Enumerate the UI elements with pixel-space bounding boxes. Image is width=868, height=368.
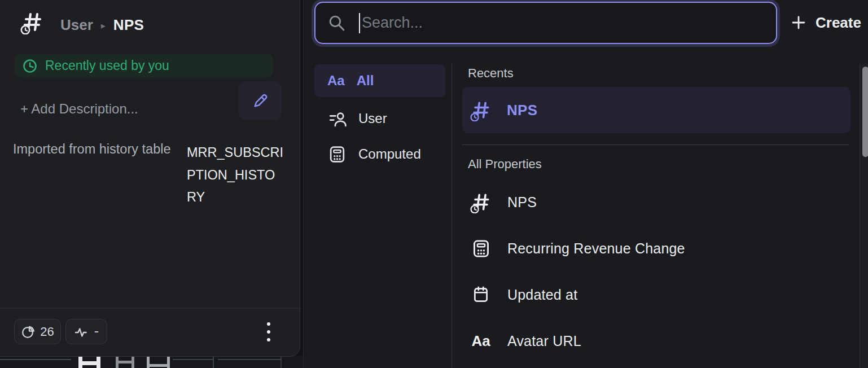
- list-divider: [462, 144, 849, 145]
- filter-tab-all[interactable]: Aa All: [314, 64, 445, 97]
- breadcrumb-parent: User: [60, 16, 93, 34]
- text-format-icon: Aa: [469, 332, 493, 350]
- filter-tab-label: All: [357, 73, 374, 89]
- text-format-icon: Aa: [327, 73, 345, 89]
- plus-icon: [790, 14, 807, 31]
- property-row-avatar-url[interactable]: Aa Avatar URL: [462, 318, 857, 364]
- all-properties-header: All Properties: [468, 157, 542, 172]
- property-label: Updated at: [507, 287, 577, 303]
- property-label: Avatar URL: [507, 333, 581, 349]
- import-source-value: MRR_SUBSCRIPTION_HISTORY: [187, 142, 284, 209]
- filter-tab-user[interactable]: User: [314, 104, 445, 133]
- breadcrumb-separator-icon: ▸: [101, 19, 106, 31]
- calculator-icon: [327, 145, 347, 164]
- scrollbar-thumb[interactable]: [862, 67, 868, 157]
- property-row-updated-at[interactable]: Updated at: [462, 271, 857, 318]
- calculator-icon: [469, 239, 493, 259]
- create-button[interactable]: Create: [787, 8, 865, 37]
- search-box[interactable]: [314, 2, 777, 44]
- value-count: 26: [40, 325, 54, 339]
- calendar-icon: [469, 285, 493, 304]
- footer-divider: [0, 308, 301, 309]
- filter-tab-label: Computed: [358, 146, 421, 162]
- create-button-label: Create: [816, 14, 861, 32]
- edit-description-button[interactable]: [239, 81, 282, 120]
- screen: User ▸ NPS Recently used by you + Add De…: [0, 0, 868, 368]
- import-source-label: Imported from history table: [13, 142, 171, 157]
- breadcrumb: User ▸ NPS: [60, 14, 144, 36]
- property-row-nps[interactable]: NPS: [462, 179, 857, 225]
- scrollbar-track[interactable]: [860, 64, 868, 368]
- recently-used-label: Recently used by you: [45, 58, 169, 73]
- property-details-card: User ▸ NPS Recently used by you + Add De…: [0, 0, 300, 357]
- search-input[interactable]: [362, 14, 765, 32]
- pie-chart-icon: [21, 325, 36, 339]
- trend-chip[interactable]: -: [65, 319, 107, 344]
- property-label: Recurring Revenue Change: [507, 240, 685, 257]
- add-description-button[interactable]: + Add Description...: [20, 101, 138, 117]
- filter-tab-label: User: [358, 111, 387, 126]
- property-label: NPS: [507, 194, 537, 211]
- background-table-fragment: [0, 356, 303, 368]
- trend-value: -: [94, 323, 99, 339]
- clock-icon: [22, 58, 38, 74]
- filter-tab-computed[interactable]: Computed: [314, 139, 445, 169]
- text-cursor: [359, 13, 360, 33]
- property-row-recurring-revenue-change[interactable]: Recurring Revenue Change: [462, 225, 857, 271]
- search-icon: [328, 14, 345, 32]
- number-history-icon: [469, 191, 493, 213]
- breadcrumb-current: NPS: [113, 16, 144, 34]
- number-history-icon: [470, 99, 492, 121]
- recently-used-badge: Recently used by you: [15, 54, 273, 77]
- value-count-chip[interactable]: 26: [14, 319, 61, 344]
- pencil-icon: [252, 92, 269, 109]
- user-list-icon: [327, 109, 347, 128]
- recents-header: Recents: [468, 66, 514, 81]
- recent-item-nps[interactable]: NPS: [462, 87, 851, 133]
- more-options-button[interactable]: [265, 320, 273, 344]
- activity-pulse-icon: [74, 325, 89, 339]
- column-divider: [451, 63, 452, 368]
- number-history-icon: [20, 10, 45, 34]
- recent-item-label: NPS: [507, 102, 537, 119]
- property-picker-overlay: Create Aa All User: [303, 0, 868, 368]
